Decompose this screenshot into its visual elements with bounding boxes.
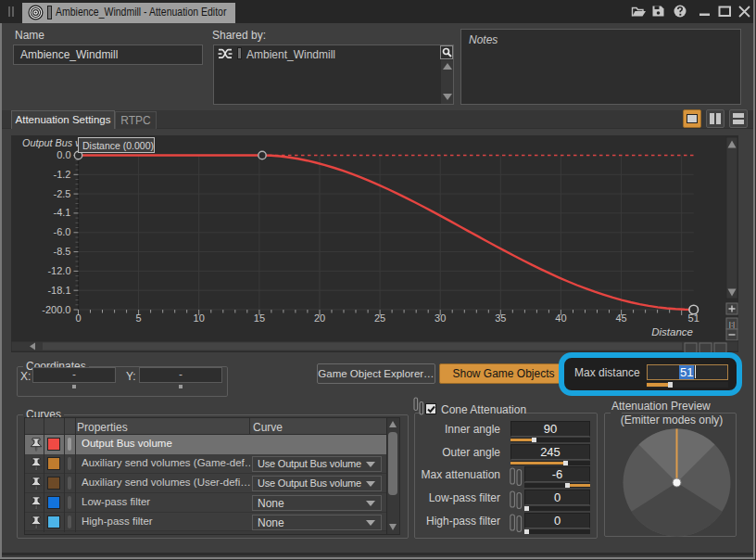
svg-text:15: 15: [254, 312, 265, 324]
svg-text:0: 0: [75, 312, 81, 324]
svg-text:-8.5: -8.5: [54, 246, 71, 257]
svg-text:20: 20: [314, 312, 325, 324]
svg-text:40: 40: [555, 312, 566, 324]
svg-text:-18.1: -18.1: [47, 285, 70, 296]
svg-text:Distance: Distance: [651, 326, 693, 337]
svg-text:Distance (0.000): Distance (0.000): [82, 140, 154, 151]
svg-text:-12.0: -12.0: [47, 265, 70, 276]
svg-text:|:|: |:|: [729, 320, 735, 328]
svg-text:-6.0: -6.0: [54, 226, 71, 237]
svg-text:-1.2: -1.2: [54, 169, 71, 180]
svg-text:35: 35: [495, 312, 506, 324]
svg-text:5: 5: [136, 312, 142, 324]
svg-text:-200.0: -200.0: [42, 304, 70, 315]
svg-text:10: 10: [194, 312, 205, 324]
svg-text:30: 30: [435, 312, 446, 324]
svg-text:45: 45: [615, 312, 626, 324]
svg-text:-2.5: -2.5: [54, 188, 71, 199]
svg-text:25: 25: [374, 312, 385, 324]
svg-text:0.0: 0.0: [57, 149, 70, 160]
svg-text:-4.1: -4.1: [54, 207, 71, 218]
svg-text:Output Bus vo: Output Bus vo: [22, 137, 85, 148]
